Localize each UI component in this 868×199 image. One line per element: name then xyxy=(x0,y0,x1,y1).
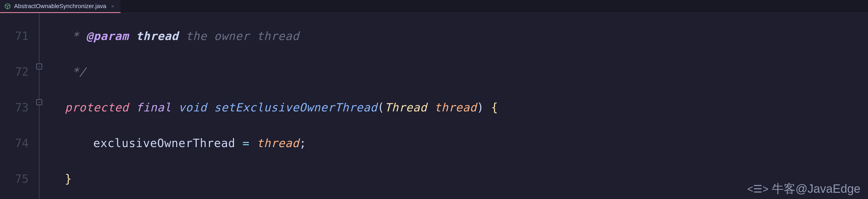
watermark-text: 牛客@JavaEdge xyxy=(772,181,861,197)
paren-close: ) xyxy=(477,90,484,125)
keyword-protected: protected xyxy=(65,90,129,125)
identifier: thread xyxy=(257,125,300,161)
brace-open: { xyxy=(484,90,498,125)
line-number: 71 xyxy=(0,19,29,54)
type-name: Thread xyxy=(384,90,434,125)
javadoc-param-tag: @param xyxy=(86,19,129,54)
tab-bar: AbstractOwnableSynchronizer.java × xyxy=(0,0,868,13)
watermark: <☰> 牛客@JavaEdge xyxy=(747,181,861,197)
comment-text: * xyxy=(65,19,86,54)
keyword-void: void xyxy=(171,90,207,125)
javadoc-param-name: thread xyxy=(129,19,179,54)
parameter-name: thread xyxy=(434,90,477,125)
line-number: 74 xyxy=(0,125,29,161)
code-area[interactable]: * @param thread the owner thread */ prot… xyxy=(65,13,498,199)
watermark-icon: <☰> xyxy=(747,183,768,195)
method-name: setExclusiveOwnerThread xyxy=(207,90,377,125)
semicolon: ; xyxy=(299,125,306,161)
fold-marker-icon[interactable]: − xyxy=(36,63,42,69)
brace-close: } xyxy=(65,161,72,197)
code-line: */ xyxy=(65,54,498,90)
code-line: } xyxy=(65,161,498,197)
indent xyxy=(65,125,93,161)
line-number: 72 xyxy=(0,54,29,90)
file-tab[interactable]: AbstractOwnableSynchronizer.java × xyxy=(0,0,121,13)
code-line: exclusiveOwnerThread = thread; xyxy=(65,125,498,161)
close-tab-icon[interactable]: × xyxy=(111,3,114,9)
paren-open: ( xyxy=(377,90,384,125)
keyword-final: final xyxy=(129,90,172,125)
operator-assign: = xyxy=(242,125,249,161)
line-number: 73 xyxy=(0,90,29,125)
tab-filename: AbstractOwnableSynchronizer.java xyxy=(14,3,106,10)
comment-text: the owner thread xyxy=(179,19,300,54)
line-number: 75 xyxy=(0,161,29,197)
code-editor: 71 72 73 74 75 − − * @param thread the o… xyxy=(0,13,868,199)
identifier: exclusiveOwnerThread xyxy=(93,125,242,161)
line-number-gutter: 71 72 73 74 75 xyxy=(0,13,35,199)
fold-column: − − xyxy=(35,13,65,199)
code-line: protected final void setExclusiveOwnerTh… xyxy=(65,90,498,125)
fold-marker-icon[interactable]: − xyxy=(36,99,42,105)
comment-text: */ xyxy=(65,54,86,90)
code-line: * @param thread the owner thread xyxy=(65,19,498,54)
fold-guide-line xyxy=(39,13,39,199)
space xyxy=(249,125,256,161)
java-file-icon xyxy=(4,3,11,9)
